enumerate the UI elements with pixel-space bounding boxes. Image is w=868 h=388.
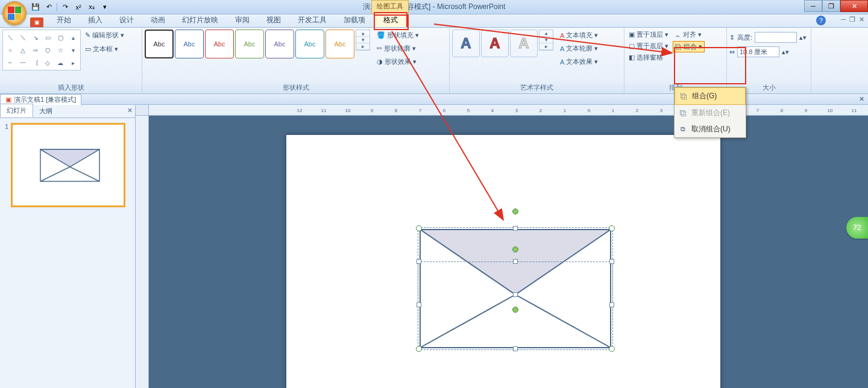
menu-ungroup-icon: ⧉ xyxy=(678,125,688,134)
menu-ungroup[interactable]: ⧉取消组合(U) xyxy=(675,121,746,137)
annotation-arrows xyxy=(0,0,868,388)
group-dropdown-menu: ⿻组合(G) ⿻重新组合(E) ⧉取消组合(U) xyxy=(674,87,746,138)
menu-regroup: ⿻重新组合(E) xyxy=(675,105,746,121)
svg-line-34 xyxy=(434,24,672,53)
menu-group[interactable]: ⿻组合(G) xyxy=(675,87,746,105)
svg-line-35 xyxy=(392,31,503,220)
menu-regroup-icon: ⿻ xyxy=(678,108,688,118)
menu-group-icon: ⿻ xyxy=(679,92,688,101)
